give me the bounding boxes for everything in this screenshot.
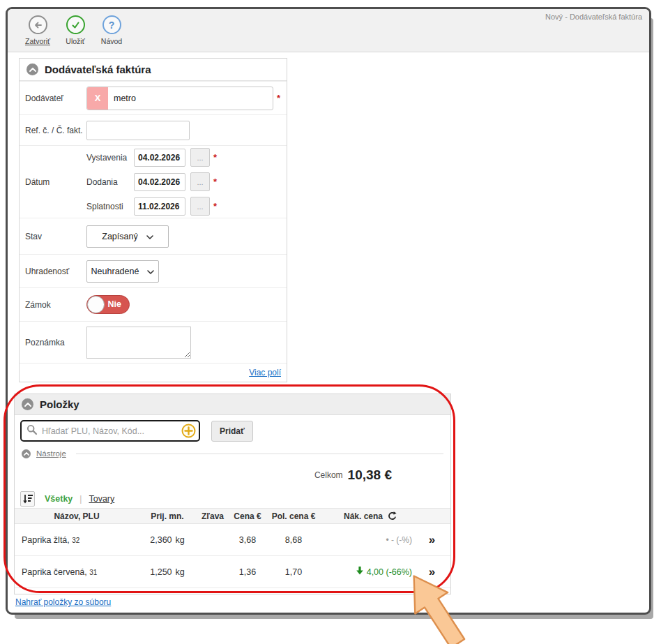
col-header-name: Názov, PLU bbox=[15, 511, 139, 521]
item-unit: kg bbox=[176, 535, 185, 545]
sort-icon[interactable] bbox=[20, 491, 35, 507]
tab-goods[interactable]: Tovary bbox=[89, 494, 114, 504]
item-search-input[interactable] bbox=[38, 426, 199, 436]
required-asterisk: * bbox=[277, 93, 280, 103]
col-header-line-total: Pol. cena € bbox=[266, 511, 321, 521]
status-select[interactable]: Zapísaný bbox=[86, 225, 169, 248]
toggle-knob bbox=[87, 296, 105, 313]
clear-supplier-button[interactable]: X bbox=[87, 87, 108, 110]
supplier-input[interactable] bbox=[108, 93, 273, 103]
close-button-label: Zatvoriť bbox=[20, 37, 55, 45]
search-icon bbox=[26, 424, 38, 438]
due-date-input[interactable] bbox=[134, 197, 185, 216]
upload-items-link[interactable]: Nahrať položky zo súboru bbox=[15, 597, 111, 607]
check-icon bbox=[66, 15, 85, 34]
tools-row: Nástroje bbox=[15, 447, 450, 460]
issue-date-picker-button[interactable]: ... bbox=[190, 148, 210, 167]
invoice-panel-title: Dodávateľská faktúra bbox=[45, 63, 151, 75]
delivery-date-picker-button[interactable]: ... bbox=[190, 172, 210, 191]
collapse-tools-icon[interactable] bbox=[22, 449, 31, 458]
delivery-date-label: Dodania bbox=[86, 177, 134, 187]
col-header-purchase: Nák. cena bbox=[344, 511, 383, 521]
lock-toggle-value: Nie bbox=[108, 299, 121, 309]
ref-label: Ref. č. / Č. fakt. bbox=[25, 126, 86, 135]
lock-toggle[interactable]: Nie bbox=[86, 295, 130, 314]
invoice-panel-footer: Viac polí bbox=[20, 363, 287, 382]
invoice-panel-header: Dodávateľská faktúra bbox=[20, 59, 287, 81]
col-header-qty: Prij. mn. bbox=[139, 511, 196, 521]
item-line-total: 8,68 bbox=[266, 535, 321, 545]
table-row[interactable]: Paprika červená, 31 1,250 kg 1,36 1,70 4… bbox=[15, 556, 450, 588]
item-qty: 2,360 bbox=[150, 535, 172, 545]
due-date-row: Splatnosti ... * bbox=[86, 197, 217, 216]
help-button-label: Návod bbox=[94, 37, 129, 45]
tools-link[interactable]: Nástroje bbox=[36, 449, 66, 458]
toolbar: Nový - Dodávateľská faktúra Zatvoriť Ulo… bbox=[8, 9, 649, 52]
add-item-button[interactable]: Pridať bbox=[211, 421, 253, 442]
supplier-row: Dodávateľ X * bbox=[20, 81, 287, 114]
add-new-item-icon[interactable] bbox=[181, 424, 196, 438]
item-name: Paprika červená, bbox=[22, 567, 87, 577]
col-header-price: Cena € bbox=[229, 511, 266, 521]
ref-input[interactable] bbox=[86, 121, 190, 140]
issue-date-row: Vystavenia ... * bbox=[86, 148, 217, 167]
items-panel-footer bbox=[15, 588, 450, 594]
lock-row: Zámok Nie bbox=[20, 287, 287, 321]
items-panel-title: Položky bbox=[40, 398, 79, 410]
payment-select[interactable]: Neuhradené bbox=[86, 260, 159, 283]
total-row: Celkom 10,38 € bbox=[15, 460, 450, 490]
chevron-down-icon bbox=[146, 232, 153, 241]
close-button[interactable]: Zatvoriť bbox=[20, 15, 55, 45]
item-qty: 1,250 bbox=[150, 567, 172, 577]
status-value: Zapísaný bbox=[102, 232, 137, 241]
back-arrow-icon bbox=[29, 15, 47, 34]
trend-down-icon bbox=[356, 567, 363, 577]
total-label: Celkom bbox=[314, 470, 343, 480]
required-asterisk: * bbox=[213, 177, 217, 187]
item-price: 3,68 bbox=[229, 535, 266, 545]
expand-row-button[interactable]: » bbox=[419, 565, 444, 579]
lock-label: Zámok bbox=[25, 300, 86, 310]
col-header-discount: Zľava bbox=[196, 511, 229, 521]
payment-label: Uhradenosť bbox=[25, 267, 86, 276]
note-textarea[interactable] bbox=[86, 327, 191, 359]
items-tabs: Všetky | Tovary bbox=[15, 490, 450, 508]
expand-row-button[interactable]: » bbox=[419, 533, 444, 547]
item-search-field[interactable] bbox=[20, 420, 200, 442]
item-unit: kg bbox=[176, 567, 185, 577]
save-button[interactable]: Uložiť bbox=[58, 15, 93, 45]
tools-divider bbox=[76, 454, 443, 454]
app-window: Nový - Dodávateľská faktúra Zatvoriť Ulo… bbox=[6, 7, 651, 615]
item-line-total: 1,70 bbox=[266, 567, 321, 577]
table-row[interactable]: Paprika žltá, 32 2,360 kg 3,68 8,68 • - … bbox=[15, 524, 450, 556]
items-panel-header: Položky bbox=[15, 394, 450, 415]
issue-date-input[interactable] bbox=[134, 149, 185, 167]
save-button-label: Uložiť bbox=[58, 37, 93, 45]
help-button[interactable]: ? Návod bbox=[94, 15, 129, 45]
tab-all[interactable]: Všetky bbox=[45, 494, 73, 504]
question-icon: ? bbox=[102, 15, 121, 34]
required-asterisk: * bbox=[213, 152, 217, 163]
date-row: Dátum Vystavenia ... * Dodania ... * Spl… bbox=[20, 145, 287, 218]
items-table-header: Názov, PLU Prij. mn. Zľava Cena € Pol. c… bbox=[15, 508, 450, 524]
due-date-picker-button[interactable]: ... bbox=[190, 197, 210, 216]
due-date-label: Splatnosti bbox=[86, 202, 134, 211]
supplier-field[interactable]: X bbox=[86, 87, 273, 110]
invoice-panel: Dodávateľská faktúra Dodávateľ X * Ref. … bbox=[19, 58, 287, 382]
total-value: 10,38 € bbox=[348, 467, 392, 483]
issue-date-label: Vystavenia bbox=[86, 153, 134, 163]
items-search-row: Pridať bbox=[15, 415, 450, 447]
note-row: Poznámka bbox=[20, 321, 287, 363]
more-fields-link[interactable]: Viac polí bbox=[249, 368, 281, 377]
refresh-icon[interactable] bbox=[388, 511, 397, 521]
item-name: Paprika žltá, bbox=[22, 535, 70, 545]
status-label: Stav bbox=[25, 232, 86, 241]
delivery-date-input[interactable] bbox=[134, 173, 185, 191]
collapse-items-icon[interactable] bbox=[22, 398, 33, 410]
window-title: Nový - Dodávateľská faktúra bbox=[545, 13, 642, 21]
collapse-invoice-icon[interactable] bbox=[26, 63, 38, 75]
required-asterisk: * bbox=[213, 201, 217, 211]
item-price: 1,36 bbox=[229, 567, 266, 577]
tab-separator: | bbox=[79, 494, 82, 504]
items-panel: Položky Pridať Nástroje Celkom 1 bbox=[14, 394, 451, 594]
